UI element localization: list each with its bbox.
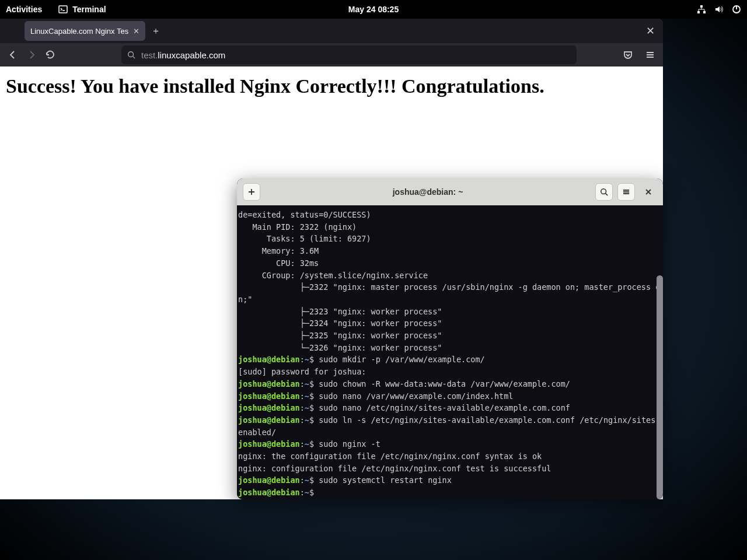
- terminal-search-button[interactable]: [595, 183, 613, 201]
- svg-rect-3: [703, 11, 706, 13]
- browser-tab[interactable]: LinuxCapable.com Nginx Tes ✕: [25, 21, 145, 41]
- svg-rect-1: [700, 5, 703, 8]
- url-bar[interactable]: test.linuxcapable.com: [121, 46, 577, 64]
- svg-rect-2: [697, 11, 700, 13]
- terminal-icon: [58, 5, 68, 14]
- close-icon: [644, 188, 652, 196]
- svg-rect-0: [59, 6, 67, 13]
- clock[interactable]: May 24 08:25: [348, 5, 399, 14]
- window-close-icon[interactable]: ✕: [646, 24, 655, 37]
- new-tab-terminal-button[interactable]: [243, 183, 260, 201]
- terminal-header: joshua@debian: ~: [237, 178, 663, 205]
- svg-point-8: [601, 189, 606, 194]
- reload-button[interactable]: [44, 49, 56, 61]
- svg-point-6: [128, 52, 134, 57]
- terminal-scrollbar[interactable]: [657, 275, 663, 499]
- pocket-icon[interactable]: [622, 49, 634, 61]
- network-icon[interactable]: [697, 5, 706, 14]
- power-icon[interactable]: [732, 5, 741, 14]
- tab-label: LinuxCapable.com Nginx Tes: [30, 27, 128, 36]
- active-app[interactable]: Terminal: [58, 5, 106, 14]
- terminal-close-button[interactable]: [640, 183, 657, 201]
- terminal-title: joshua@debian: ~: [265, 187, 591, 197]
- svg-line-7: [133, 57, 135, 59]
- terminal-window: joshua@debian: ~ de=exited, status=0/SUC…: [237, 178, 663, 499]
- nav-toolbar: test.linuxcapable.com: [0, 43, 663, 66]
- hamburger-icon: [622, 188, 630, 196]
- activities-button[interactable]: Activities: [6, 5, 42, 14]
- back-button[interactable]: [7, 49, 19, 61]
- svg-line-9: [606, 194, 608, 196]
- page-heading: Success! You have installed Nginx Correc…: [6, 75, 657, 99]
- tab-strip: LinuxCapable.com Nginx Tes ✕ ＋ ✕: [0, 19, 663, 43]
- search-icon: [127, 51, 135, 59]
- gnome-topbar: Activities Terminal May 24 08:25: [0, 0, 747, 19]
- url-text: test.linuxcapable.com: [141, 50, 225, 60]
- volume-icon[interactable]: [714, 5, 724, 14]
- terminal-menu-button[interactable]: [617, 183, 635, 201]
- new-tab-button[interactable]: ＋: [151, 25, 160, 37]
- hamburger-menu-icon[interactable]: [644, 49, 656, 61]
- forward-button: [26, 49, 37, 61]
- search-icon: [600, 188, 608, 196]
- plus-icon: [247, 188, 256, 196]
- terminal-body[interactable]: de=exited, status=0/SUCCESS) Main PID: 2…: [237, 205, 663, 499]
- tab-close-icon[interactable]: ✕: [133, 27, 139, 36]
